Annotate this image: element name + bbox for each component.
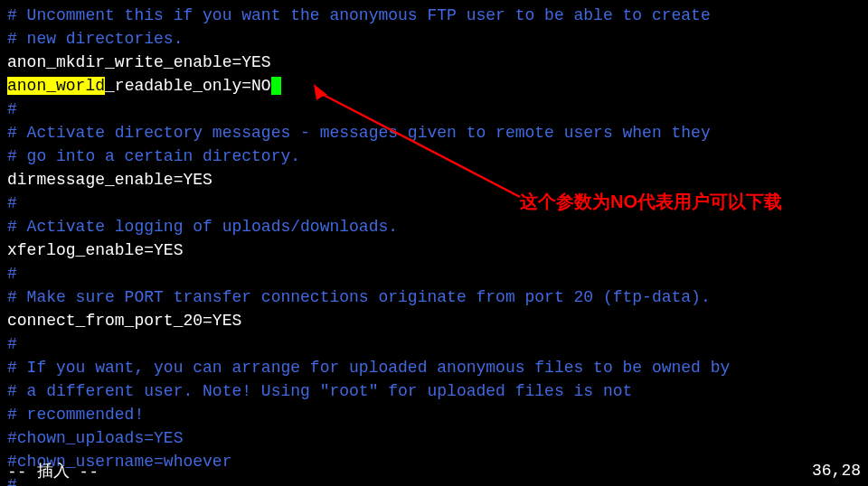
vim-status-bar: -- 插入 -- 36,28	[7, 459, 861, 482]
code-line: # Activate directory messages - messages…	[7, 121, 861, 145]
code-line-current: anon_world_readable_only=NO	[7, 74, 861, 98]
search-highlight: anon_world	[7, 77, 105, 95]
cursor	[271, 77, 281, 95]
code-line: # Activate logging of uploads/downloads.	[7, 215, 861, 238]
cursor-position: 36,28	[812, 459, 861, 482]
code-line: # recommended!	[7, 403, 861, 426]
code-line: # a different user. Note! Using "root" f…	[7, 379, 861, 403]
code-line: anon_mkdir_write_enable=YES	[7, 51, 861, 74]
code-line: #chown_uploads=YES	[7, 426, 861, 450]
code-line: connect_from_port_20=YES	[7, 309, 861, 332]
code-line: #	[7, 332, 861, 356]
code-line: dirmessage_enable=YES	[7, 168, 861, 192]
annotation-text: 这个参数为NO代表用户可以下载	[520, 190, 782, 213]
code-line: # If you want, you can arrange for uploa…	[7, 356, 861, 379]
code-line: # go into a certain directory.	[7, 145, 861, 168]
code-line: #	[7, 98, 861, 121]
editor-content[interactable]: # Uncomment this if you want the anonymo…	[7, 4, 861, 486]
code-line: #	[7, 262, 861, 285]
code-line: # new directories.	[7, 27, 861, 51]
code-line: # Uncomment this if you want the anonymo…	[7, 4, 861, 27]
code-line: # Make sure PORT transfer connections or…	[7, 285, 861, 309]
vim-mode: -- 插入 --	[7, 459, 99, 482]
code-line: xferlog_enable=YES	[7, 238, 861, 262]
